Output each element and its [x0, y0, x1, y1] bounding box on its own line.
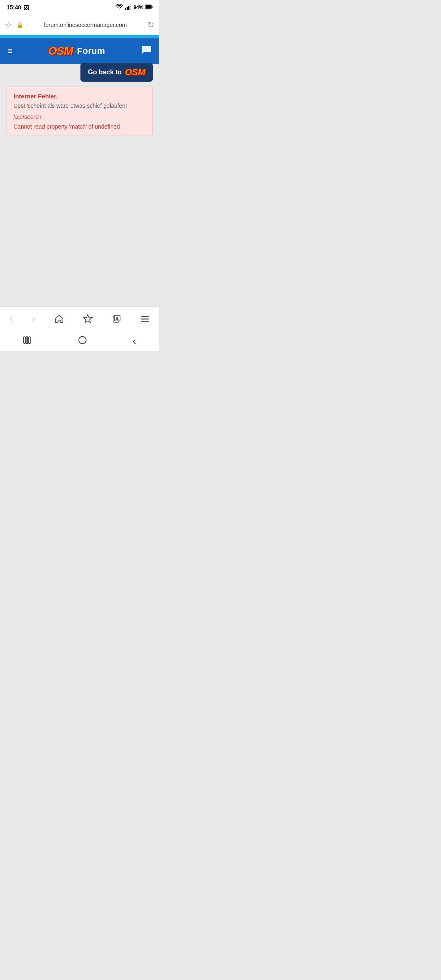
image-status-icon: 🖼	[24, 4, 29, 11]
osm-logo-text: OSM	[48, 45, 73, 58]
svg-rect-11	[141, 316, 149, 317]
address-bar: ☆ 🔒 forum.onlinesoccermanager.com ↻	[0, 15, 159, 35]
refresh-icon[interactable]: ↻	[147, 20, 154, 30]
go-back-container: Go back to OSM	[0, 63, 159, 82]
error-box: Interner Fehler. Ups! Scheint als wäre e…	[7, 87, 153, 136]
battery-icon	[145, 4, 153, 11]
status-time: 15:40 🖼	[7, 4, 29, 11]
svg-rect-17	[79, 336, 86, 344]
error-detail: Cannot read property 'match' of undefine…	[13, 123, 146, 130]
svg-text:1: 1	[116, 316, 118, 320]
back-gesture-button[interactable]: ‹	[133, 335, 136, 347]
status-bar: 15:40 🖼 94%	[0, 0, 159, 15]
svg-rect-12	[141, 318, 149, 320]
hamburger-menu-icon[interactable]: ≡	[7, 46, 13, 56]
error-title: Interner Fehler.	[13, 93, 146, 100]
go-back-label: Go back to	[88, 69, 122, 76]
back-button[interactable]: ‹	[9, 312, 13, 325]
osm-forum-header: ≡ OSM Forum	[0, 38, 159, 64]
svg-rect-1	[127, 7, 128, 10]
svg-rect-0	[125, 8, 126, 10]
wifi-icon	[116, 4, 123, 11]
page-content	[0, 141, 159, 306]
home-gesture-button[interactable]	[78, 336, 87, 346]
svg-rect-15	[26, 337, 28, 343]
svg-rect-5	[152, 6, 153, 8]
lock-icon: 🔒	[16, 22, 23, 28]
svg-rect-14	[24, 337, 25, 343]
forward-button[interactable]: ›	[32, 312, 36, 325]
android-nav-bar: ‹	[0, 331, 159, 351]
status-icons: 94%	[116, 4, 153, 11]
svg-rect-16	[29, 337, 30, 343]
go-back-osm-logo: OSM	[125, 67, 145, 78]
bottom-browser-nav: ‹ › 1	[0, 306, 159, 331]
recent-apps-button[interactable]	[23, 336, 32, 346]
clock: 15:40	[7, 4, 21, 11]
url-text[interactable]: forum.onlinesoccermanager.com	[27, 22, 143, 28]
battery-percent: 94%	[134, 4, 143, 10]
error-path: /api/search	[13, 114, 146, 120]
svg-rect-6	[146, 5, 151, 9]
error-description: Ups! Scheint als wäre etwas schief gelau…	[13, 102, 146, 110]
svg-rect-2	[128, 6, 129, 10]
browser-accent-strip	[0, 35, 159, 38]
bookmark-star-icon[interactable]: ☆	[5, 20, 12, 30]
osm-logo-area: OSM Forum	[48, 45, 105, 58]
svg-rect-13	[141, 321, 149, 322]
signal-icon	[125, 4, 131, 11]
bookmarks-button[interactable]	[83, 314, 93, 324]
svg-rect-3	[130, 4, 131, 10]
go-back-osm-button[interactable]: Go back to OSM	[80, 63, 153, 82]
browser-menu-button[interactable]	[140, 314, 150, 324]
svg-marker-7	[84, 315, 92, 323]
home-button[interactable]	[54, 314, 64, 324]
tabs-button[interactable]: 1	[111, 314, 121, 324]
forum-label: Forum	[77, 46, 105, 56]
chat-icon[interactable]	[140, 44, 152, 58]
